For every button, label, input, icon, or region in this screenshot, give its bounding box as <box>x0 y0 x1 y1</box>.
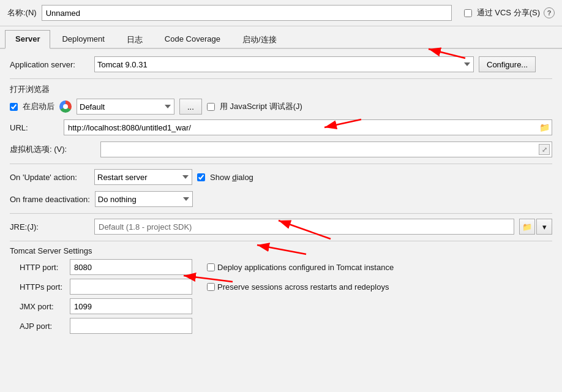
vm-input-wrap: ⤢ <box>100 141 552 157</box>
js-debugger-label: 用 JavaScript 调试器(J) <box>220 101 302 112</box>
show-dialog-checkbox[interactable] <box>197 173 205 181</box>
url-row: URL: 📁 <box>10 119 552 135</box>
deploy-tomcat-row: Deploy applications configured in Tomcat… <box>207 263 552 272</box>
tab-code-coverage[interactable]: Code Coverage <box>154 30 231 49</box>
preserve-sessions-label: Preserve sessions across restarts and re… <box>217 282 389 292</box>
browser-select[interactable]: Default <box>77 99 174 115</box>
jre-row: JRE:(J): 📁 ▾ <box>10 219 552 235</box>
after-launch-checkbox[interactable] <box>10 103 18 111</box>
jmx-port-label: JMX port: <box>10 302 62 311</box>
server-tab-content: Application server: Tomcat 9.0.31 Config… <box>0 49 562 341</box>
name-label: 名称:(N) <box>7 7 37 18</box>
url-input[interactable] <box>64 119 552 135</box>
tomcat-section: Tomcat Server Settings HTTP port: Deploy… <box>10 246 552 334</box>
jre-folder-button[interactable]: 📁 <box>519 219 535 235</box>
ajp-port-input[interactable] <box>70 318 192 334</box>
port-grid: HTTP port: Deploy applications configure… <box>10 259 552 334</box>
https-port-input[interactable] <box>70 279 192 295</box>
jre-input-wrap <box>94 219 514 235</box>
chrome-icon <box>59 100 72 113</box>
update-action-row: On 'Update' action: Restart server Show … <box>10 169 552 185</box>
http-port-label: HTTP port: <box>10 263 62 272</box>
browser-row: 在启动后 Default ... 用 JavaScript 调试器(J) <box>10 99 552 115</box>
jre-input[interactable] <box>94 219 514 235</box>
tab-startup[interactable]: 启动/连接 <box>232 30 287 49</box>
tomcat-section-title: Tomcat Server Settings <box>10 246 552 255</box>
tab-deployment[interactable]: Deployment <box>51 30 114 49</box>
name-input[interactable] <box>42 5 452 21</box>
url-folder-icon[interactable]: 📁 <box>539 123 550 132</box>
jmx-port-input[interactable] <box>70 298 192 314</box>
jre-label: JRE:(J): <box>10 222 89 232</box>
app-server-label: Application server: <box>10 60 89 69</box>
deploy-tomcat-label: Deploy applications configured in Tomcat… <box>217 263 394 272</box>
frame-deact-select[interactable]: Do nothing <box>95 191 193 207</box>
js-debugger-checkbox[interactable] <box>207 103 215 111</box>
vcs-label: 通过 VCS 分享(S) <box>477 7 540 18</box>
ajp-port-label: AJP port: <box>10 322 62 331</box>
vm-row: 虚拟机选项: (V): ⤢ <box>10 141 552 157</box>
frame-deact-label: On frame deactivation: <box>10 195 90 204</box>
jre-dropdown-button[interactable]: ▾ <box>536 219 552 235</box>
browser-section-title: 打开浏览器 <box>10 84 552 95</box>
https-port-label: HTTPs port: <box>10 282 62 292</box>
url-label: URL: <box>10 123 59 132</box>
vm-label: 虚拟机选项: (V): <box>10 144 96 155</box>
show-dialog-label: Show dialog <box>210 173 253 182</box>
app-server-select[interactable]: Tomcat 9.0.31 <box>94 56 474 72</box>
vm-input[interactable] <box>100 141 552 157</box>
preserve-sessions-checkbox[interactable] <box>207 283 215 291</box>
expand-icon[interactable]: ⤢ <box>539 144 550 155</box>
deploy-tomcat-checkbox[interactable] <box>207 263 215 271</box>
vcs-checkbox[interactable] <box>464 9 472 17</box>
tab-server[interactable]: Server <box>5 30 50 49</box>
frame-deactivation-row: On frame deactivation: Do nothing <box>10 191 552 207</box>
configure-button[interactable]: Configure... <box>479 56 536 72</box>
after-launch-label: 在启动后 <box>23 101 54 112</box>
tab-logs[interactable]: 日志 <box>116 30 153 49</box>
jre-actions: 📁 ▾ <box>519 219 552 235</box>
preserve-sessions-row: Preserve sessions across restarts and re… <box>207 282 552 292</box>
browse-button[interactable]: ... <box>179 99 202 115</box>
url-input-wrap: 📁 <box>64 119 552 135</box>
top-bar: 名称:(N) 通过 VCS 分享(S) ? <box>0 0 562 26</box>
vcs-area: 通过 VCS 分享(S) ? <box>464 7 555 18</box>
update-action-select[interactable]: Restart server <box>94 169 192 185</box>
update-action-label: On 'Update' action: <box>10 173 89 182</box>
help-icon[interactable]: ? <box>544 7 555 18</box>
app-server-row: Application server: Tomcat 9.0.31 Config… <box>10 56 552 72</box>
http-port-input[interactable] <box>70 259 192 275</box>
tabs-bar: Server Deployment 日志 Code Coverage 启动/连接 <box>0 26 562 49</box>
